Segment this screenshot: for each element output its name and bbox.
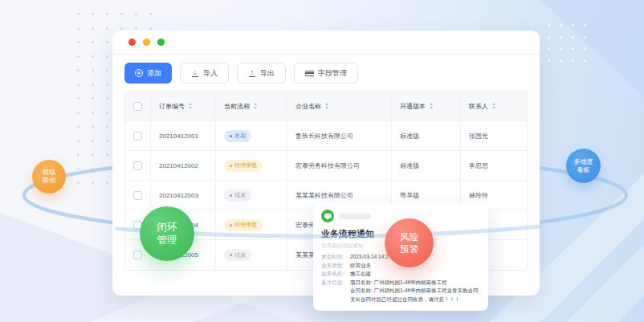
export-icon: ↑ bbox=[248, 69, 256, 77]
sender-placeholder bbox=[339, 214, 371, 219]
table-row: 20210412002经理审批宏泰劳务科技有限公司标准版李思思 bbox=[125, 151, 527, 181]
notification-field-continued: 合同名称: 广州碧桂园1-4#市内精装修工程龙骨采购合同 bbox=[321, 287, 480, 296]
company-cell: 鲁班长科技有限公司 bbox=[287, 121, 392, 150]
import-button-label: 导入 bbox=[203, 68, 218, 79]
column-header-label: 当前流程 bbox=[224, 102, 250, 111]
row-checkbox-cell bbox=[125, 181, 151, 210]
sort-desc-icon bbox=[492, 107, 495, 109]
field-label: 业务类型: bbox=[321, 262, 350, 271]
column-header: 企业名称 bbox=[287, 92, 392, 120]
field-value: 联营业务 bbox=[350, 262, 371, 271]
company-cell: 宏泰劳务科技有限公司 bbox=[287, 151, 392, 180]
field-label-spacer bbox=[321, 296, 350, 304]
flow-status-badge: 经理审批 bbox=[224, 219, 263, 231]
add-button-label: 添加 bbox=[147, 68, 161, 79]
row-checkbox[interactable] bbox=[133, 161, 142, 170]
field-value: 支出合同付款已经超过合同收票，请注意！！！ bbox=[350, 296, 460, 304]
field-label: 业务状态: bbox=[321, 270, 350, 279]
sort-icon[interactable] bbox=[189, 103, 192, 109]
table-row: 20210412001发起鲁班长科技有限公司标准版张国光 bbox=[125, 121, 527, 151]
wechat-icon bbox=[321, 210, 334, 222]
flow-status-badge: 发起 bbox=[224, 130, 251, 142]
list-icon bbox=[305, 71, 314, 76]
field-label-spacer bbox=[321, 287, 350, 296]
export-button-label: 导出 bbox=[260, 68, 275, 79]
field-label: 发生时间: bbox=[321, 253, 350, 262]
row-checkbox[interactable] bbox=[133, 132, 142, 141]
sort-icon[interactable] bbox=[254, 103, 257, 109]
bubble-label-line: 双端 bbox=[43, 169, 55, 177]
feature-bubble-risk-alert: 风险预警 bbox=[385, 218, 434, 267]
bubble-label-line: 预警 bbox=[400, 243, 418, 255]
version-cell: 标准版 bbox=[392, 151, 461, 180]
feature-bubble-dashboard: 多维度看板 bbox=[566, 149, 601, 183]
flow-status-badge: 经理审批 bbox=[224, 160, 263, 172]
version-cell: 标准版 bbox=[392, 121, 461, 150]
column-header-label: 开通版本 bbox=[400, 102, 426, 111]
bubble-label-line: 多维度 bbox=[574, 158, 593, 166]
contact-cell: 李思思 bbox=[461, 151, 527, 180]
column-header: 联系人 bbox=[461, 92, 527, 120]
field-value: 施工在建 bbox=[350, 270, 371, 279]
field-value: 2023-03-14 14:2 bbox=[350, 253, 389, 262]
add-button[interactable]: 添加 bbox=[124, 63, 172, 84]
sort-desc-icon bbox=[189, 107, 192, 109]
feature-bubble-closed-loop: 闭环管理 bbox=[140, 206, 194, 261]
row-checkbox[interactable] bbox=[133, 191, 142, 200]
window-titlebar bbox=[112, 31, 540, 55]
sort-icon[interactable] bbox=[492, 103, 495, 109]
flow-cell: 发起 bbox=[216, 121, 287, 150]
flow-status-badge: 结束 bbox=[224, 249, 251, 261]
sort-asc-icon bbox=[492, 103, 495, 105]
bubble-label-line: 闭环 bbox=[157, 221, 177, 234]
order-number-cell: 20210412003 bbox=[151, 181, 216, 210]
sort-desc-icon bbox=[430, 107, 433, 109]
row-checkbox-cell bbox=[125, 121, 151, 150]
contact-cell: 张国光 bbox=[461, 121, 527, 150]
column-header: 订单编号 bbox=[151, 92, 216, 120]
field-management-button[interactable]: 字段管理 bbox=[294, 63, 358, 84]
flow-cell: 经理审批 bbox=[216, 210, 287, 239]
column-header-label: 联系人 bbox=[469, 102, 488, 111]
column-header: 当前流程 bbox=[216, 92, 287, 120]
bubble-label-line: 联动 bbox=[43, 177, 55, 185]
select-all-checkbox[interactable] bbox=[133, 102, 142, 111]
order-number-cell: 20210412001 bbox=[151, 121, 216, 150]
sort-asc-icon bbox=[189, 103, 192, 105]
marketing-banner: 添加 ↓ 导入 ↑ 导出 字段管理 订单编号当前流程企业名称开通版本联系人 20… bbox=[0, 0, 644, 322]
sort-desc-icon bbox=[254, 107, 257, 109]
traffic-light-maximize[interactable] bbox=[157, 39, 165, 46]
feature-bubble-dual-link: 双端联动 bbox=[32, 160, 66, 194]
flow-cell: 经理审批 bbox=[216, 151, 287, 180]
import-icon: ↓ bbox=[191, 69, 199, 77]
notification-field: 业务状态:施工在建 bbox=[321, 270, 480, 279]
bubble-label-line: 管理 bbox=[157, 234, 177, 247]
row-checkbox[interactable] bbox=[133, 251, 142, 259]
traffic-light-minimize[interactable] bbox=[143, 39, 150, 46]
table-header-row: 订单编号当前流程企业名称开通版本联系人 bbox=[125, 92, 527, 121]
export-button[interactable]: ↑ 导出 bbox=[237, 63, 286, 84]
bubble-label-line: 看板 bbox=[577, 166, 590, 174]
plus-icon bbox=[135, 69, 143, 77]
flow-status-badge: 结束 bbox=[224, 190, 251, 202]
sort-asc-icon bbox=[325, 103, 328, 105]
column-header-label: 订单编号 bbox=[159, 102, 185, 111]
column-header-label: 企业名称 bbox=[296, 102, 321, 111]
sort-desc-icon bbox=[325, 107, 328, 109]
sort-asc-icon bbox=[254, 103, 257, 105]
field-management-label: 字段管理 bbox=[318, 68, 347, 79]
column-header: 开通版本 bbox=[392, 92, 461, 120]
field-value: 合同名称: 广州碧桂园1-4#市内精装修工程龙骨采购合同 bbox=[350, 287, 479, 296]
notification-field-continued: 支出合同付款已经超过合同收票，请注意！！！ bbox=[321, 296, 480, 304]
bubble-label-line: 风险 bbox=[400, 231, 418, 243]
order-number-cell: 20210412002 bbox=[151, 151, 216, 180]
field-label: 备注信息: bbox=[321, 279, 350, 287]
traffic-light-close[interactable] bbox=[128, 39, 136, 46]
notification-field: 备注信息:项目名称: 广州碧桂园1-4#市内精装修工程 bbox=[321, 279, 480, 287]
sort-icon[interactable] bbox=[325, 103, 328, 109]
flow-cell: 结束 bbox=[216, 240, 287, 270]
import-button[interactable]: ↓ 导入 bbox=[180, 63, 229, 84]
sort-icon[interactable] bbox=[430, 103, 433, 109]
toolbar: 添加 ↓ 导入 ↑ 导出 字段管理 bbox=[112, 55, 540, 88]
field-value: 项目名称: 广州碧桂园1-4#市内精装修工程 bbox=[350, 279, 447, 287]
